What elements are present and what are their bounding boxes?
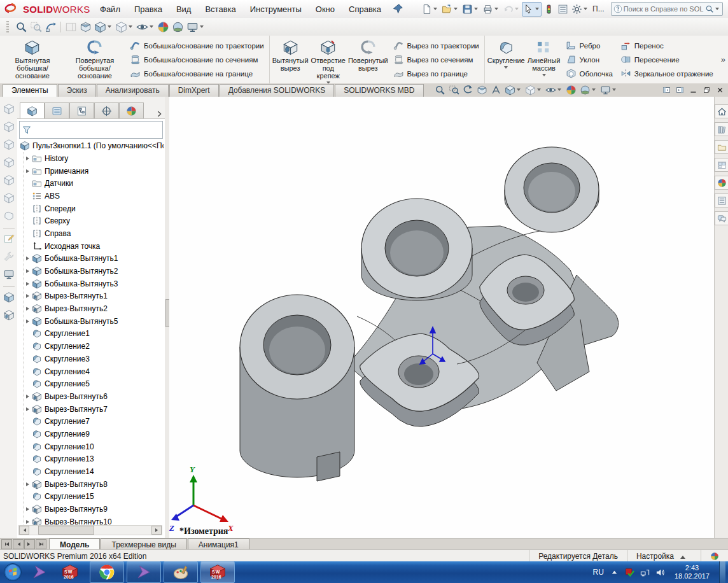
dock-left-icon[interactable]	[662, 86, 671, 94]
display-style-dropdown-icon[interactable]	[517, 88, 521, 93]
doc-minimize-button[interactable]	[689, 86, 697, 94]
move-face-button[interactable]: Перенос	[620, 39, 713, 52]
toolbar-grip[interactable]	[6, 21, 9, 32]
volume-tray-icon[interactable]	[655, 568, 665, 577]
mirror-button[interactable]: Зеркальное отражение	[620, 67, 713, 80]
graphics-area[interactable]: Y X Z *Изометрия	[169, 97, 714, 538]
fm-tab-property-manager[interactable]	[45, 102, 69, 118]
select-cursor-button[interactable]	[522, 2, 542, 17]
view-settings-dropdown-icon[interactable]	[612, 88, 616, 93]
boss-big-button[interactable]: Вытянутая бобышка/основание	[1, 37, 64, 82]
filter-input[interactable]	[32, 125, 160, 136]
search-icon[interactable]	[705, 4, 714, 13]
linear-pattern-big-button[interactable]: Линейный массив	[526, 37, 562, 82]
previous-view-button[interactable]	[461, 83, 475, 97]
pin-icon[interactable]	[392, 3, 403, 15]
toolbar-overflow[interactable]: П...	[592, 4, 605, 13]
intersect-button[interactable]: Пересечение	[620, 53, 713, 66]
boundary-boss-button[interactable]: Бобышка/основание на границе	[130, 67, 264, 80]
view-orientation-dropdown-icon[interactable]	[129, 25, 132, 30]
hide-show-button[interactable]	[544, 83, 564, 97]
appearance-status-icon[interactable]	[710, 552, 719, 561]
instant3d-button[interactable]	[43, 20, 58, 34]
expand-arrow[interactable]	[25, 481, 32, 488]
sheet-tab-0[interactable]: Модель	[49, 538, 100, 550]
app-triangle-taskbar-button[interactable]	[127, 561, 161, 583]
hide-show-button[interactable]	[135, 20, 156, 34]
view-settings-button[interactable]	[599, 83, 619, 97]
tab-элементы[interactable]: Элементы	[3, 84, 57, 97]
ribbon-overflow-button[interactable]: »	[718, 36, 728, 83]
tree-item[interactable]: Бобышка-Вытянуть5	[25, 315, 164, 328]
view-orientation-dropdown-icon[interactable]	[537, 88, 541, 93]
expand-arrow[interactable]	[25, 167, 32, 174]
shell-button[interactable]: Оболочка	[566, 67, 613, 80]
tree-item[interactable]: History	[25, 152, 164, 165]
expand-arrow[interactable]	[25, 393, 32, 400]
print-dropdown-icon[interactable]	[494, 8, 498, 12]
fm-tab-display-manager[interactable]	[119, 102, 144, 118]
apply-scene-button[interactable]	[578, 83, 598, 97]
view-settings-dropdown-icon[interactable]	[200, 25, 204, 30]
tab-dimxpert[interactable]: DimXpert	[169, 84, 219, 97]
boundary-cut-button[interactable]: Вырез по границе	[393, 67, 479, 80]
sweep-boss-button[interactable]: Бобышка/основание по траектории	[130, 39, 264, 52]
tree-item[interactable]: Скругление9	[25, 428, 164, 440]
start-button[interactable]	[3, 563, 22, 582]
fm-tab-dimxpert-manager[interactable]	[94, 102, 119, 118]
tree-item[interactable]: Скругление15	[25, 491, 164, 503]
tree-item[interactable]: Вырез-Вытянуть6	[25, 390, 164, 403]
chrome-taskbar-button[interactable]	[90, 561, 124, 583]
tab-solidworks-mbd[interactable]: SOLIDWORKS MBD	[335, 84, 423, 97]
wire-cube-top-button[interactable]	[3, 174, 15, 188]
edit-appearance-button[interactable]	[564, 83, 578, 97]
wire-cube-front-button[interactable]	[3, 103, 15, 116]
annotations-button[interactable]	[489, 83, 503, 97]
tree-item[interactable]: Скругление10	[25, 440, 164, 453]
previous-tab-button[interactable]	[13, 539, 24, 549]
clock[interactable]: 2:43 18.02.2017	[671, 564, 713, 580]
solidworks-taskbar-button[interactable]: SW2016	[59, 563, 81, 582]
fillet-big-button[interactable]: Скругление	[486, 37, 526, 82]
loft-cut-button[interactable]: Вырез по сечениям	[393, 53, 479, 66]
doc-close-button[interactable]	[716, 86, 724, 94]
menu-item-1[interactable]: Правка	[127, 1, 169, 18]
tree-root-item[interactable]: Пульт3кнопки1.1 (По умолчанию<<По у	[20, 139, 164, 152]
forum-button[interactable]	[715, 211, 728, 225]
extrude-cut-button[interactable]	[3, 309, 15, 323]
options-list-button[interactable]	[556, 2, 570, 17]
tree-item[interactable]: Скругление3	[25, 353, 164, 365]
solidworks-taskbar-button[interactable]: SW2016	[200, 561, 235, 583]
sheet-tab-1[interactable]: Трехмерные виды	[101, 538, 186, 550]
tree-item[interactable]: ABS	[25, 190, 164, 202]
tree-item[interactable]: Скругление14	[25, 465, 164, 478]
custom-status-cell[interactable]: Настройка	[627, 550, 701, 562]
fillet-dropdown-icon[interactable]	[504, 66, 508, 71]
dock-right-icon[interactable]	[676, 86, 684, 94]
display-style-dropdown-icon[interactable]	[108, 25, 111, 30]
expand-arrow[interactable]	[25, 518, 32, 525]
paint-taskbar-button[interactable]	[164, 561, 198, 583]
wire-cube-left-button[interactable]	[3, 139, 15, 152]
menu-item-5[interactable]: Окно	[309, 1, 342, 18]
tree-item[interactable]: Исходная точка	[25, 240, 164, 253]
draft-button[interactable]: Уклон	[566, 53, 613, 66]
tab-добавления-solidworks[interactable]: Добавления SOLIDWORKS	[220, 84, 335, 97]
undo-button[interactable]	[501, 2, 521, 17]
tree-item[interactable]: Скругление7	[25, 415, 164, 428]
file-explorer-button[interactable]	[715, 140, 728, 154]
search-input[interactable]	[622, 4, 705, 13]
tree-item[interactable]: Скругление13	[25, 453, 164, 466]
design-library-button[interactable]	[715, 122, 728, 136]
tree-item[interactable]: Скругление4	[25, 365, 164, 378]
rib-button[interactable]: Ребро	[566, 39, 613, 52]
expand-arrow[interactable]	[25, 506, 32, 513]
sketch-button[interactable]	[3, 233, 15, 246]
new-document-button[interactable]	[420, 2, 440, 17]
extrude-boss-button[interactable]	[3, 292, 15, 305]
home-button[interactable]	[715, 104, 728, 118]
wire-cube-bottom-button[interactable]	[3, 192, 15, 206]
boss-revolve-big-button[interactable]: Повернутая бобышка/основание	[64, 37, 126, 82]
sheet-tab-2[interactable]: Анимация1	[188, 538, 249, 550]
menu-item-6[interactable]: Справка	[342, 1, 388, 18]
